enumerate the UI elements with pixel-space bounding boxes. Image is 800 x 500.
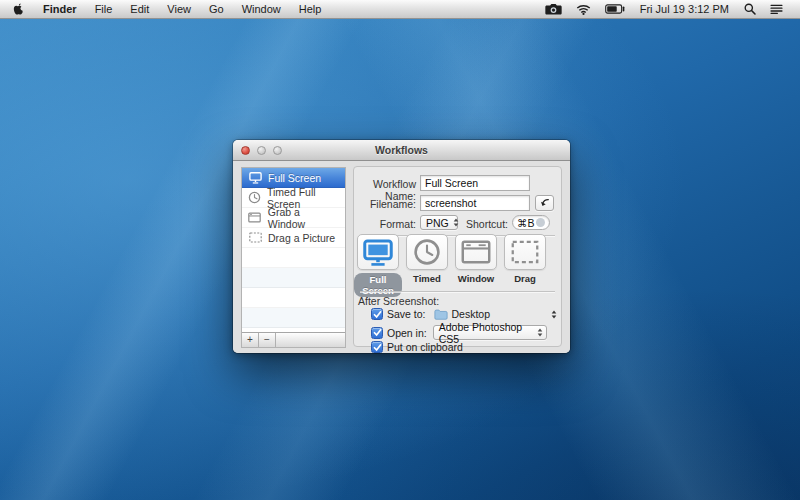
menu-bar: Finder File Edit View Go Window Help Fri… [0, 0, 800, 19]
type-label-timed: Timed [403, 273, 451, 284]
window-title: Workflows [375, 144, 428, 156]
workflow-name-input[interactable]: Full Screen [420, 175, 530, 191]
display-icon [363, 239, 393, 266]
curved-arrow-icon [539, 197, 551, 209]
folder-icon [434, 308, 448, 320]
sidebar-bottom-bar: + − [242, 332, 345, 347]
open-in-popup[interactable]: Adobe Photoshop CS5 [433, 325, 547, 340]
clear-shortcut-icon[interactable] [536, 218, 545, 227]
sidebar-item-label: Full Screen [268, 172, 321, 184]
notification-list-menu[interactable] [763, 0, 790, 18]
apple-menu[interactable] [0, 0, 34, 18]
add-workflow-button[interactable]: + [242, 333, 259, 347]
format-popup[interactable]: PNG [420, 215, 458, 230]
sidebar-item-grab-a-window[interactable]: Grab a Window [242, 208, 345, 228]
after-screenshot-heading: After Screenshot: [358, 295, 439, 307]
empty-list-row [242, 268, 345, 288]
window-icon [461, 240, 491, 264]
open-in-label: Open in: [387, 327, 427, 339]
camera-menu-extra[interactable] [538, 0, 569, 18]
menu-go[interactable]: Go [200, 0, 233, 18]
filename-token-button[interactable] [535, 195, 554, 211]
shortcut-input[interactable]: ⌘B [512, 215, 550, 230]
save-to-row: Save to: Desktop [371, 308, 557, 320]
popup-arrows-icon[interactable] [551, 310, 557, 319]
camera-icon [545, 3, 562, 15]
workflow-list: Full Screen Timed Full Screen Grab a Win… [242, 168, 345, 332]
type-button-full-screen[interactable] [357, 234, 399, 270]
menu-file[interactable]: File [86, 0, 122, 18]
shortcut-label: Shortcut: [458, 218, 508, 230]
wifi-icon [576, 4, 591, 15]
marquee-icon [511, 240, 539, 264]
window-title-bar[interactable]: Workflows [233, 140, 570, 161]
filename-input[interactable]: screenshot [420, 195, 530, 211]
close-button[interactable] [241, 146, 250, 155]
minimize-button[interactable] [257, 146, 266, 155]
empty-list-row [242, 288, 345, 308]
type-label-full-screen: Full Screen [354, 273, 402, 297]
battery-menu-extra[interactable] [598, 0, 632, 18]
workflow-detail-panel: Workflow Name: Full Screen Filename: scr… [353, 166, 562, 347]
window-content: Full Screen Timed Full Screen Grab a Win… [233, 161, 570, 353]
sidebar-item-label: Grab a Window [268, 206, 339, 230]
type-button-window[interactable] [455, 234, 497, 270]
workflow-list-sidebar: Full Screen Timed Full Screen Grab a Win… [241, 167, 346, 348]
save-to-popup[interactable]: Desktop [452, 308, 491, 320]
battery-icon [605, 4, 625, 14]
remove-workflow-button[interactable]: − [259, 333, 276, 347]
spotlight-menu[interactable] [737, 0, 763, 18]
save-to-checkbox[interactable] [371, 308, 383, 320]
clipboard-row: Put on clipboard [371, 341, 463, 353]
menu-finder[interactable]: Finder [34, 0, 86, 18]
menu-view[interactable]: View [158, 0, 200, 18]
type-label-window: Window [452, 273, 500, 284]
workflows-window: Workflows Full Screen Timed Full Screen [233, 140, 570, 353]
clock-icon [248, 191, 261, 204]
separator [360, 291, 555, 292]
menu-bar-clock[interactable]: Fri Jul 19 3:12 PM [632, 3, 737, 15]
type-label-drag: Drag [501, 273, 549, 284]
open-in-checkbox[interactable] [371, 327, 383, 339]
clipboard-checkbox[interactable] [371, 341, 383, 353]
type-button-timed[interactable] [406, 234, 448, 270]
spotlight-search-icon [744, 3, 756, 15]
menu-edit[interactable]: Edit [121, 0, 158, 18]
save-to-label: Save to: [387, 308, 426, 320]
filename-label: Filename: [354, 198, 416, 210]
shortcut-value: ⌘B [517, 217, 535, 229]
display-icon [248, 172, 262, 184]
wifi-menu-extra[interactable] [569, 0, 598, 18]
marquee-icon [248, 232, 262, 243]
sidebar-item-drag-a-picture[interactable]: Drag a Picture [242, 228, 345, 248]
apple-logo-icon [12, 2, 24, 16]
empty-list-row [242, 308, 345, 328]
empty-list-row [242, 248, 345, 268]
menu-window[interactable]: Window [233, 0, 290, 18]
format-value: PNG [426, 217, 449, 229]
popup-arrows-icon [533, 328, 543, 337]
type-button-drag[interactable] [504, 234, 546, 270]
window-icon [248, 212, 262, 223]
sidebar-item-label: Drag a Picture [268, 232, 335, 244]
menu-help[interactable]: Help [290, 0, 331, 18]
open-in-row: Open in: Adobe Photoshop CS5 [371, 325, 557, 340]
clipboard-label: Put on clipboard [387, 341, 463, 353]
clock-icon [413, 238, 441, 266]
menu-list-icon [770, 4, 783, 14]
format-label: Format: [354, 218, 416, 230]
zoom-button[interactable] [273, 146, 282, 155]
